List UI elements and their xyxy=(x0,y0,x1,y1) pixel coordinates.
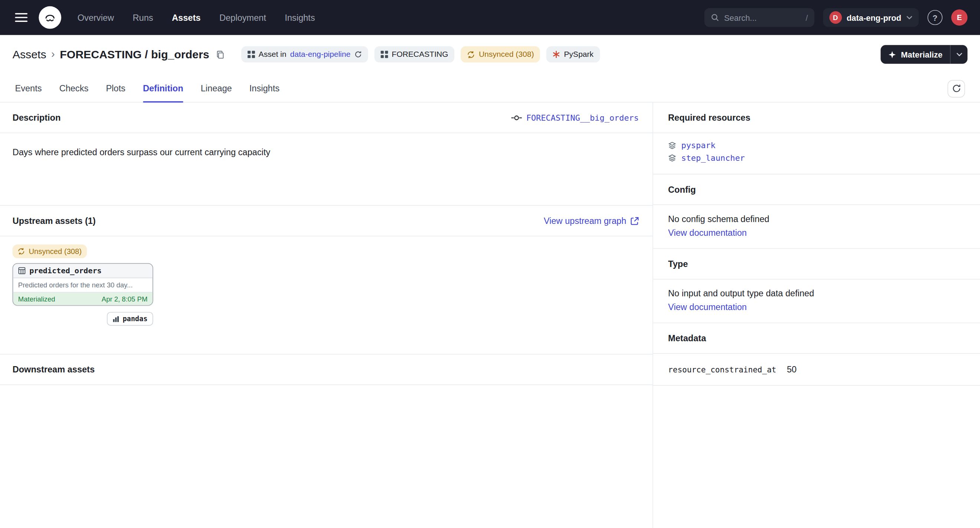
nav-deployment[interactable]: Deployment xyxy=(220,13,266,23)
refresh-icon xyxy=(951,84,961,93)
layers-icon xyxy=(668,142,676,149)
tab-insights[interactable]: Insights xyxy=(250,75,280,102)
materialize-button[interactable]: Materialize xyxy=(880,45,950,64)
nav-runs[interactable]: Runs xyxy=(133,13,153,23)
navbar-right: Search... / D data-eng-prod ? E xyxy=(704,8,967,27)
dagster-logo[interactable] xyxy=(38,6,61,29)
table-icon xyxy=(18,267,25,274)
asset-in-label: Asset in xyxy=(259,50,286,59)
chevron-down-icon xyxy=(956,52,962,56)
description-text: Days where predicted orders surpass our … xyxy=(0,133,652,206)
bar-chart-icon xyxy=(113,315,119,322)
downstream-section-header: Downstream assets xyxy=(0,355,652,385)
config-heading: Config xyxy=(668,184,696,194)
materialize-label: Materialize xyxy=(901,50,942,59)
group-tag[interactable]: FORECASTING xyxy=(374,46,454,63)
page-header: Assets › FORECASTING / big_orders Asset … xyxy=(0,35,980,75)
breadcrumb: Assets › FORECASTING / big_orders xyxy=(13,48,225,61)
copy-asset-key-button[interactable] xyxy=(215,50,224,59)
type-empty-text: No input and output type data defined xyxy=(668,288,965,298)
question-mark-icon: ? xyxy=(932,13,937,22)
top-navbar: Overview Runs Assets Deployment Insights… xyxy=(0,0,980,35)
page-title: FORECASTING / big_orders xyxy=(60,48,209,61)
search-placeholder: Search... xyxy=(724,13,757,22)
asset-node-title: predicted_orders xyxy=(29,266,102,275)
breadcrumb-separator: › xyxy=(51,48,55,61)
type-heading: Type xyxy=(668,259,688,269)
search-shortcut-hint: / xyxy=(805,13,808,22)
description-heading: Description xyxy=(13,113,61,122)
asset-tags: Asset in data-eng-pipeline FORECASTING U… xyxy=(241,46,600,63)
lineage-node-icon xyxy=(511,114,522,121)
resource-link-step-launcher[interactable]: step_launcher xyxy=(681,153,745,162)
materialize-dropdown-button[interactable] xyxy=(950,45,967,64)
tab-plots[interactable]: Plots xyxy=(106,75,125,102)
downstream-heading: Downstream assets xyxy=(13,365,95,375)
layers-icon xyxy=(668,154,676,162)
upstream-asset-node[interactable]: predicted_orders Predicted orders for th… xyxy=(13,263,153,305)
resource-link-pyspark[interactable]: pyspark xyxy=(681,141,715,150)
asset-key-link[interactable]: FORECASTING__big_orders xyxy=(511,113,638,122)
config-section-header: Config xyxy=(653,175,980,205)
materialized-timestamp: Apr 2, 8:05 PM xyxy=(102,295,148,303)
resources-section-header: Required resources xyxy=(653,102,980,133)
asset-group-icon xyxy=(380,51,388,58)
chevron-down-icon xyxy=(906,16,912,19)
materialized-status-label: Materialized xyxy=(18,295,55,303)
unsynced-badge[interactable]: Unsynced (308) xyxy=(461,46,540,63)
refresh-icon xyxy=(354,51,361,58)
sparkle-icon xyxy=(888,51,896,59)
breadcrumb-assets-link[interactable]: Assets xyxy=(13,48,46,61)
metadata-heading: Metadata xyxy=(668,333,706,343)
asset-node-kind-row: pandas xyxy=(13,312,153,326)
tab-checks[interactable]: Checks xyxy=(59,75,89,102)
job-icon xyxy=(247,51,255,58)
kind-tag-label: pandas xyxy=(123,315,147,323)
nav-overview[interactable]: Overview xyxy=(78,13,114,23)
config-view-documentation-link[interactable]: View documentation xyxy=(668,227,747,238)
metadata-section-header: Metadata xyxy=(653,323,980,354)
pipeline-link[interactable]: data-eng-pipeline xyxy=(290,50,351,59)
asset-node-description: Predicted orders for the next 30 day... xyxy=(13,278,152,293)
type-section-header: Type xyxy=(653,249,980,280)
asset-node-header: predicted_orders xyxy=(13,264,152,278)
user-avatar[interactable]: E xyxy=(951,9,968,25)
deployment-switcher[interactable]: D data-eng-prod xyxy=(823,8,919,27)
view-upstream-graph-label: View upstream graph xyxy=(544,216,626,226)
type-panel: No input and output type data defined Vi… xyxy=(653,280,980,323)
reload-definition-button[interactable] xyxy=(947,80,965,97)
tab-lineage[interactable]: Lineage xyxy=(201,75,232,102)
copy-icon xyxy=(215,50,224,59)
asset-node-status-bar: Materialized Apr 2, 8:05 PM xyxy=(13,293,152,305)
group-tag-label: FORECASTING xyxy=(391,50,448,59)
type-view-documentation-link[interactable]: View documentation xyxy=(668,302,747,312)
view-upstream-graph-link[interactable]: View upstream graph xyxy=(544,216,639,226)
definition-content: Description FORECASTING__big_orders Days… xyxy=(0,102,980,528)
compute-kind-tag[interactable]: PySpark xyxy=(546,46,600,63)
asset-in-pipeline-tag[interactable]: Asset in data-eng-pipeline xyxy=(241,46,368,63)
dagster-logo-icon xyxy=(43,11,57,24)
resource-row-step-launcher: step_launcher xyxy=(668,153,965,162)
metadata-key: resource_constrained_at xyxy=(653,365,787,374)
help-button[interactable]: ? xyxy=(928,10,942,25)
asset-tabs: Events Checks Plots Definition Lineage I… xyxy=(0,75,980,102)
spark-icon xyxy=(553,51,560,58)
config-panel: No config schema defined View documentat… xyxy=(653,205,980,249)
sync-icon xyxy=(18,248,25,255)
tab-events[interactable]: Events xyxy=(15,75,41,102)
upstream-unsynced-badge[interactable]: Unsynced (308) xyxy=(13,244,87,258)
metadata-row: resource_constrained_at 50 xyxy=(653,354,980,386)
description-section-header: Description FORECASTING__big_orders xyxy=(0,102,652,133)
asset-key-link-label: FORECASTING__big_orders xyxy=(527,113,639,122)
deployment-name: data-eng-prod xyxy=(847,13,901,22)
nav-assets[interactable]: Assets xyxy=(172,13,200,23)
nav-insights[interactable]: Insights xyxy=(285,13,315,23)
upstream-heading: Upstream assets (1) xyxy=(13,216,96,226)
tab-definition[interactable]: Definition xyxy=(143,75,183,102)
compute-kind-tag-pandas[interactable]: pandas xyxy=(107,312,153,326)
menu-button[interactable] xyxy=(13,9,30,25)
search-input[interactable]: Search... / xyxy=(704,8,814,27)
upstream-unsynced-label: Unsynced (308) xyxy=(29,247,82,256)
upstream-assets-panel: Unsynced (308) predicted_orders Predicte… xyxy=(0,236,652,354)
deployment-initial-badge: D xyxy=(829,11,842,24)
